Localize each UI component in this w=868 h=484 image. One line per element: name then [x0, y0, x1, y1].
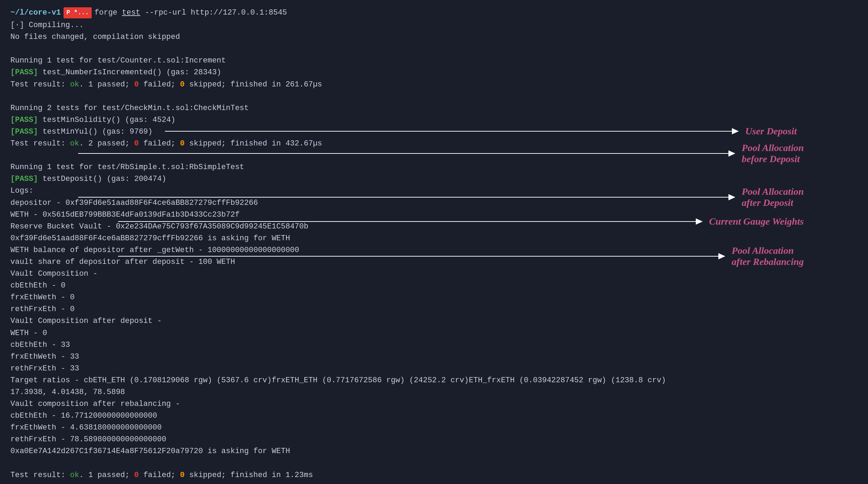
log-vault-comp: Vault Composition - — [10, 268, 719, 280]
prompt-line-1: ~/l/core-v1 P *... forge test --rpc-url … — [10, 7, 719, 19]
pass-solidity-line: [PASS] testMinSolidity() (gas: 4524) — [10, 114, 719, 126]
result-1-line: Test result: ok. 1 passed; 0 failed; 0 s… — [10, 79, 719, 91]
log-cbeth-rebal: cbEthEth - 16.771200000000000000 — [10, 410, 719, 422]
blank-5 — [10, 481, 719, 484]
blank-2 — [10, 91, 719, 102]
log-reth-0: rethFrxEth - 0 — [10, 303, 719, 315]
log-frxeth-rebal: frxEthWeth - 4.638180000000000000 — [10, 422, 719, 434]
log-numbers: 17.3938, 4.01438, 78.5898 — [10, 386, 719, 398]
terminal-window: ~/l/core-v1 P *... forge test --rpc-url … — [0, 0, 868, 484]
blank-1 — [10, 43, 719, 55]
annotation-user-deposit: User Deposit — [165, 126, 797, 137]
annotation-text-pool-before: Pool Allocation before Deposit — [742, 142, 804, 165]
annotation-text-pool-rebal: Pool Allocation after Rebalancing — [732, 245, 804, 267]
annotation-pool-alloc-after: Pool Allocation after Deposit — [78, 186, 804, 208]
log-vault-rebal: Vault composition after rebalancing - — [10, 398, 719, 410]
arrow-tip-5 — [718, 253, 725, 259]
prompt-path: ~/l/core-v1 — [10, 7, 61, 19]
log-asking-weth-2: 0xa0Ee7A142d267C1f36714E4a8F75612F20a797… — [10, 445, 719, 457]
annotation-label-gauge: Current Gauge Weights — [709, 216, 804, 227]
git-badge-1: P *... — [64, 7, 92, 18]
log-reth-rebal: rethFrxEth - 78.589800000000000000 — [10, 434, 719, 445]
annotation-label-pool-before-2: before Deposit — [742, 153, 804, 165]
arrow-line-1 — [165, 131, 732, 132]
log-cbeth-33: cbEthEth - 33 — [10, 339, 719, 351]
run-checkmin-line: Running 2 tests for test/CheckMin.t.sol:… — [10, 102, 719, 114]
annotation-label-pool-before-1: Pool Allocation — [742, 142, 804, 153]
compiling-line: [·] Compiling... — [10, 19, 719, 31]
terminal-output: ~/l/core-v1 P *... forge test --rpc-url … — [0, 0, 729, 484]
log-target-ratios: Target ratios - cbETH_ETH (0.1708129068 … — [10, 375, 719, 386]
pass-number-line: [PASS] test_NumberIsIncremented() (gas: … — [10, 67, 719, 78]
log-frxeth-33: frxEthWeth - 33 — [10, 351, 719, 363]
arrow-line-3 — [78, 197, 728, 198]
arrow-tip-1 — [732, 128, 739, 134]
arrow-tip-3 — [728, 194, 735, 200]
log-frxeth-0: frxEthWeth - 0 — [10, 292, 719, 303]
arrow-line-5 — [118, 256, 718, 257]
no-files-line: No files changed, compilation skipped — [10, 31, 719, 43]
annotation-label-pool-after-2: after Deposit — [742, 197, 804, 208]
blank-4 — [10, 458, 719, 469]
result-3-line: Test result: ok. 1 passed; 0 failed; 0 s… — [10, 469, 719, 481]
annotation-text-pool-after: Pool Allocation after Deposit — [742, 186, 804, 208]
log-reth-33: rethFrxEth - 33 — [10, 363, 719, 375]
log-asking-weth: 0xf39Fd6e51aad88F6F4ce6aBB827279cffFb922… — [10, 233, 719, 244]
arrow-line-2 — [78, 153, 728, 154]
log-cbeth-0: cbEthEth - 0 — [10, 280, 719, 292]
annotation-pool-alloc-rebal: Pool Allocation after Rebalancing — [118, 245, 804, 267]
arrow-line-4 — [118, 221, 696, 222]
annotation-label-user-deposit: User Deposit — [745, 126, 797, 137]
annotation-pool-alloc-before: Pool Allocation before Deposit — [78, 142, 804, 165]
annotation-label-rebal-2: after Rebalancing — [732, 256, 804, 267]
run-counter-line: Running 1 test for test/Counter.t.sol:In… — [10, 55, 719, 67]
annotation-current-gauge: Current Gauge Weights — [118, 216, 804, 227]
arrow-tip-4 — [696, 218, 703, 225]
arrow-tip-2 — [728, 150, 735, 157]
annotation-label-rebal-1: Pool Allocation — [732, 245, 804, 256]
annotation-label-pool-after-1: Pool Allocation — [742, 186, 804, 197]
log-vault-after: Vault Composition after deposit - — [10, 315, 719, 327]
pass-deposit-line: [PASS] testDeposit() (gas: 200474) — [10, 173, 719, 185]
prompt-command: forge test --rpc-url http://127.0.0.1:85… — [94, 7, 287, 19]
log-weth-0: WETH - 0 — [10, 327, 719, 339]
